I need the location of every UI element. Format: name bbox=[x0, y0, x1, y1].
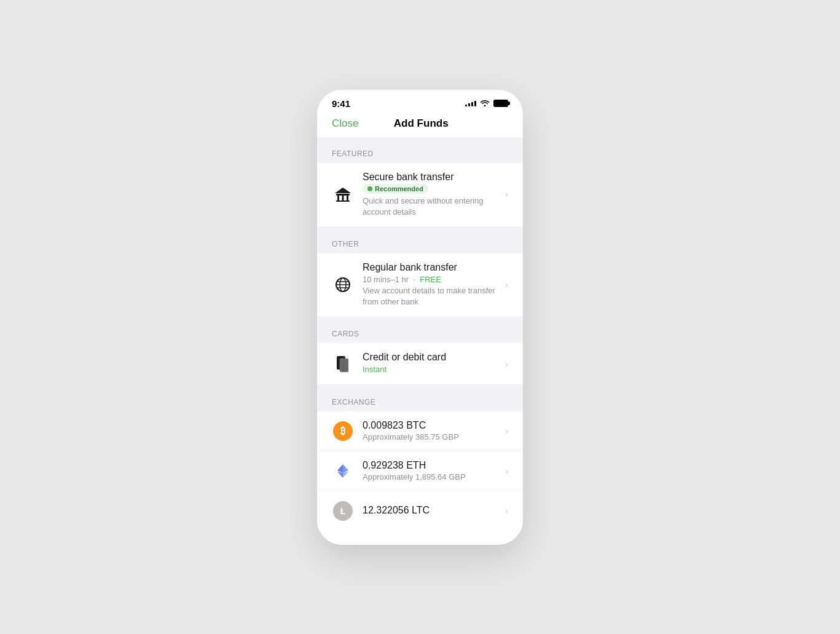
chevron-right-icon: › bbox=[505, 426, 508, 436]
ltc-icon: Ł bbox=[332, 500, 354, 522]
battery-icon bbox=[493, 100, 508, 107]
nav-bar: Close Add Funds bbox=[317, 113, 523, 137]
svg-rect-0 bbox=[336, 194, 350, 196]
signal-icon bbox=[465, 101, 476, 106]
featured-section-card: Secure bank transfer Recommended Quick a… bbox=[317, 163, 523, 226]
svg-rect-12 bbox=[340, 359, 348, 372]
ltc-content: 12.322056 LTC bbox=[363, 505, 500, 517]
secure-bank-transfer-title: Secure bank transfer bbox=[363, 172, 500, 183]
section-header-cards: CARDS bbox=[317, 317, 523, 343]
status-icons bbox=[465, 99, 508, 108]
eth-icon bbox=[332, 460, 354, 482]
phone-frame: 9:41 Close Add Funds FEAT bbox=[317, 90, 523, 545]
svg-marker-16 bbox=[337, 472, 343, 478]
recommended-badge-row: Recommended bbox=[363, 184, 500, 194]
secure-bank-transfer-content: Secure bank transfer Recommended Quick a… bbox=[363, 172, 500, 218]
section-header-featured: FEATURED bbox=[317, 137, 523, 163]
card-icon bbox=[332, 353, 354, 375]
eth-approx: Approximately 1,895.64 GBP bbox=[363, 472, 500, 481]
ltc-amount: 12.322056 LTC bbox=[363, 505, 500, 516]
svg-rect-4 bbox=[336, 200, 350, 202]
chevron-right-icon: › bbox=[505, 506, 508, 516]
status-time: 9:41 bbox=[332, 98, 350, 109]
close-button[interactable]: Close bbox=[332, 117, 358, 130]
btc-amount: 0.009823 BTC bbox=[363, 420, 500, 431]
svg-marker-5 bbox=[335, 188, 351, 193]
svg-marker-13 bbox=[343, 464, 348, 473]
credit-debit-card-item[interactable]: Credit or debit card Instant › bbox=[317, 343, 523, 384]
regular-bank-transfer-title: Regular bank transfer bbox=[363, 262, 500, 273]
svg-marker-15 bbox=[343, 472, 348, 478]
bank-icon bbox=[332, 183, 354, 205]
other-section-card: Regular bank transfer 10 mins–1 hr · FRE… bbox=[317, 253, 523, 317]
regular-bank-transfer-timing: 10 mins–1 hr · FREE bbox=[363, 274, 500, 285]
btc-approx: Approximately 385.75 GBP bbox=[363, 432, 500, 442]
chevron-right-icon: › bbox=[505, 359, 508, 369]
globe-icon bbox=[332, 274, 354, 296]
btc-content: 0.009823 BTC Approximately 385.75 GBP bbox=[363, 420, 500, 442]
page-title: Add Funds bbox=[394, 117, 449, 130]
content-area: FEATURED Secure bank transfer bbox=[317, 137, 523, 531]
eth-item[interactable]: 0.929238 ETH Approximately 1,895.64 GBP … bbox=[317, 451, 523, 491]
section-header-other: OTHER bbox=[317, 228, 523, 253]
eth-content: 0.929238 ETH Approximately 1,895.64 GBP bbox=[363, 460, 500, 481]
chevron-right-icon: › bbox=[505, 189, 508, 199]
svg-rect-2 bbox=[342, 196, 344, 200]
credit-debit-card-title: Credit or debit card bbox=[363, 352, 500, 363]
svg-rect-3 bbox=[347, 196, 348, 200]
svg-rect-1 bbox=[337, 196, 339, 200]
section-header-exchange: EXCHANGE bbox=[317, 386, 523, 411]
exchange-section-card: ₿ 0.009823 BTC Approximately 385.75 GBP … bbox=[317, 411, 523, 531]
chevron-right-icon: › bbox=[505, 466, 508, 476]
wifi-icon bbox=[480, 99, 490, 108]
eth-amount: 0.929238 ETH bbox=[363, 460, 500, 471]
secure-bank-transfer-item[interactable]: Secure bank transfer Recommended Quick a… bbox=[317, 163, 523, 226]
regular-bank-transfer-content: Regular bank transfer 10 mins–1 hr · FRE… bbox=[363, 262, 500, 308]
btc-icon: ₿ bbox=[332, 420, 354, 442]
svg-marker-14 bbox=[337, 464, 343, 473]
regular-bank-transfer-item[interactable]: Regular bank transfer 10 mins–1 hr · FRE… bbox=[317, 253, 523, 317]
cards-section-card: Credit or debit card Instant › bbox=[317, 343, 523, 384]
regular-bank-transfer-subtitle: View account details to make transfer fr… bbox=[363, 285, 500, 307]
credit-debit-card-badge: Instant bbox=[363, 364, 500, 375]
badge-dot bbox=[367, 186, 372, 191]
btc-item[interactable]: ₿ 0.009823 BTC Approximately 385.75 GBP … bbox=[317, 411, 523, 451]
chevron-right-icon: › bbox=[505, 280, 508, 290]
ltc-item[interactable]: Ł 12.322056 LTC › bbox=[317, 491, 523, 531]
credit-debit-card-content: Credit or debit card Instant bbox=[363, 352, 500, 375]
status-bar: 9:41 bbox=[317, 90, 523, 113]
recommended-badge: Recommended bbox=[363, 184, 428, 194]
secure-bank-transfer-subtitle: Quick and secure without entering accoun… bbox=[363, 196, 500, 218]
